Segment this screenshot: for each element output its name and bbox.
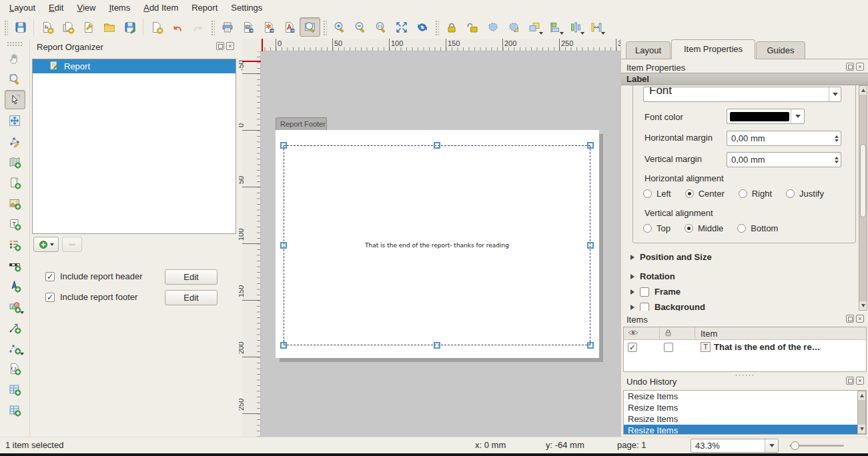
report-properties-button[interactable]	[78, 17, 99, 37]
menu-view[interactable]: View	[70, 0, 102, 15]
toolbar-drag-handle[interactable]	[210, 19, 215, 35]
redo-button[interactable]	[187, 17, 208, 37]
valign-top-label[interactable]: Top	[657, 223, 671, 233]
add-3d-map-button[interactable]	[5, 173, 25, 192]
select-move-item-button[interactable]	[5, 90, 25, 109]
expand-arrow-icon[interactable]	[630, 274, 634, 279]
add-page-button[interactable]	[146, 17, 167, 37]
tab-layout[interactable]: Layout	[626, 41, 671, 59]
close-panel-icon[interactable]: ×	[856, 63, 864, 71]
close-panel-icon[interactable]: ×	[226, 42, 234, 50]
valign-top-radio[interactable]	[643, 224, 652, 233]
spin-up-icon[interactable]	[835, 157, 839, 159]
item-lock-checkbox[interactable]	[664, 343, 673, 352]
valign-bottom-radio[interactable]	[737, 224, 746, 233]
position-and-size-section[interactable]: Position and Size	[630, 252, 712, 262]
zoom-in-button[interactable]	[329, 17, 350, 37]
include-report-footer-checkbox[interactable]: ✓	[45, 293, 55, 302]
remove-section-button[interactable]	[62, 237, 82, 252]
include-report-header-checkbox[interactable]: ✓	[45, 272, 55, 281]
resize-handle-nw[interactable]	[280, 142, 287, 149]
duplicate-report-button[interactable]	[57, 17, 78, 37]
zoom-actual-button[interactable]: 1:1	[370, 17, 391, 37]
undo-button[interactable]	[167, 17, 187, 37]
add-attribute-table-button[interactable]	[5, 379, 25, 399]
undo-entry[interactable]: Resize Items	[624, 413, 866, 425]
close-panel-icon[interactable]: ×	[856, 315, 864, 323]
menu-settings[interactable]: Settings	[224, 0, 269, 15]
valign-bottom-label[interactable]: Bottom	[751, 223, 778, 233]
add-legend-button[interactable]	[5, 235, 25, 254]
menu-layout[interactable]: Layout	[3, 0, 42, 15]
halign-right-label[interactable]: Right	[752, 189, 772, 199]
export-pdf-button[interactable]	[279, 17, 300, 37]
font-color-button[interactable]	[727, 109, 805, 124]
zoom-button[interactable]	[5, 69, 25, 89]
scroll-up-icon[interactable]	[859, 86, 867, 95]
export-svg-button[interactable]	[258, 17, 279, 37]
chevron-down-icon[interactable]	[765, 439, 778, 452]
float-panel-icon[interactable]	[846, 377, 854, 385]
zoom-level-combo[interactable]: 43.3%	[691, 439, 779, 453]
halign-justify-radio[interactable]	[786, 189, 795, 198]
background-section[interactable]: Background	[630, 302, 705, 311]
pan-layout-button[interactable]	[5, 49, 25, 68]
menu-edit[interactable]: Edit	[42, 0, 70, 15]
resize-handle-se[interactable]	[587, 342, 594, 349]
item-visible-checkbox[interactable]: ✓	[628, 343, 637, 352]
lock-items-button[interactable]	[441, 17, 462, 37]
float-panel-icon[interactable]	[216, 42, 224, 50]
add-items-from-template-button[interactable]	[99, 17, 119, 37]
frame-checkbox[interactable]	[640, 287, 649, 297]
select-all-button[interactable]	[482, 17, 503, 37]
resize-items-button[interactable]	[586, 17, 606, 37]
halign-center-radio[interactable]	[685, 189, 694, 198]
expand-arrow-icon[interactable]	[630, 255, 634, 260]
edit-footer-button[interactable]: Edit	[165, 290, 218, 305]
new-report-button[interactable]	[37, 17, 57, 37]
add-arrow-button[interactable]	[5, 317, 25, 337]
horizontal-margin-spinbox[interactable]: 0,00 mm	[727, 131, 841, 146]
panel-resize-handle[interactable]	[735, 374, 755, 377]
deselect-all-button[interactable]	[503, 17, 524, 37]
halign-left-label[interactable]: Left	[657, 189, 671, 199]
move-item-content-button[interactable]	[5, 111, 25, 130]
zoom-out-button[interactable]	[350, 17, 370, 37]
chevron-down-icon[interactable]	[791, 109, 804, 123]
refresh-view-button[interactable]	[412, 17, 432, 37]
toolbar-drag-handle[interactable]	[434, 19, 439, 35]
float-panel-icon[interactable]	[846, 315, 854, 323]
distribute-items-button[interactable]	[565, 17, 586, 37]
add-fixed-table-button[interactable]	[5, 400, 25, 419]
add-label-button[interactable]: T	[5, 214, 25, 233]
tab-guides[interactable]: Guides	[756, 41, 805, 59]
halign-left-radio[interactable]	[643, 189, 652, 198]
zoom-slider-thumb[interactable]	[791, 441, 799, 450]
layout-canvas[interactable]: Report Footer That is the end of the rep…	[239, 39, 620, 437]
frame-section[interactable]: Frame	[630, 287, 681, 297]
scroll-up-icon[interactable]	[858, 391, 865, 400]
expand-arrow-icon[interactable]	[630, 305, 634, 310]
add-north-arrow-button[interactable]	[5, 276, 25, 295]
resize-handle-e[interactable]	[587, 242, 594, 249]
menu-report[interactable]: Report	[185, 0, 224, 15]
close-panel-icon[interactable]: ×	[856, 377, 864, 385]
undo-scrollbar[interactable]	[857, 391, 866, 434]
export-image-button[interactable]	[238, 17, 258, 37]
edit-nodes-item-button[interactable]	[5, 131, 25, 151]
spin-up-icon[interactable]	[835, 135, 839, 138]
valign-middle-radio[interactable]	[685, 224, 693, 233]
tab-item-properties[interactable]: Item Properties	[671, 39, 755, 59]
report-tree-item[interactable]: Report	[33, 59, 236, 73]
add-section-button[interactable]	[33, 237, 59, 252]
undo-entry[interactable]: Resize Items	[624, 391, 866, 402]
add-picture-button[interactable]	[5, 193, 25, 213]
halign-right-radio[interactable]	[739, 189, 747, 198]
add-scalebar-button[interactable]	[5, 255, 25, 275]
raise-items-button[interactable]	[524, 17, 544, 37]
vertical-margin-spinbox[interactable]: 0,00 mm	[727, 152, 841, 167]
add-html-button[interactable]	[5, 359, 25, 378]
resize-handle-w[interactable]	[280, 242, 287, 249]
expand-arrow-icon[interactable]	[630, 289, 634, 295]
spin-down-icon[interactable]	[835, 161, 839, 163]
